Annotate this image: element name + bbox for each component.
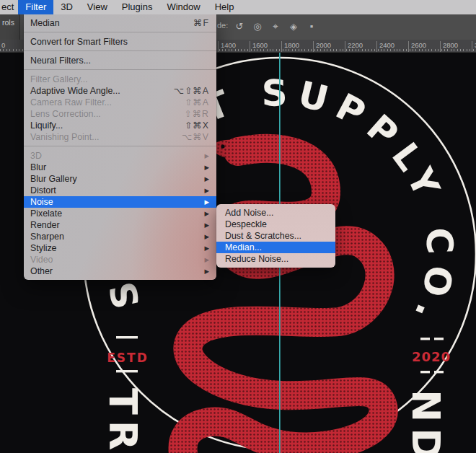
menu-item-label: Distort bbox=[30, 185, 56, 196]
menu-item-render[interactable]: Render▶ bbox=[24, 219, 216, 231]
submenu-item-reduce-noise[interactable]: Reduce Noise... bbox=[216, 253, 335, 265]
menu-item-shortcut: ⇧⌘X bbox=[185, 120, 209, 131]
badge-estd-text: ESTD bbox=[107, 351, 149, 365]
zoom-3d-camera-icon[interactable]: ▪ bbox=[306, 18, 317, 35]
menu-item-neural-filters[interactable]: Neural Filters... bbox=[24, 55, 216, 66]
menubar-item-ect[interactable]: ect bbox=[0, 0, 18, 14]
ruler-label-2800: 2800 bbox=[440, 41, 458, 52]
menu-item-label: Render bbox=[30, 219, 60, 231]
menu-item-shortcut: ⌘F bbox=[193, 17, 209, 29]
menu-item-label: Sharpen bbox=[30, 231, 64, 242]
menu-item-noise[interactable]: Noise▶ bbox=[24, 196, 216, 208]
menu-item-label: Blur bbox=[30, 162, 46, 173]
menu-item-adaptive-wide-angle[interactable]: Adaptive Wide Angle...⌥⇧⌘A bbox=[24, 85, 216, 97]
menu-separator bbox=[24, 69, 216, 70]
menu-separator bbox=[24, 50, 216, 51]
menu-item-label: Vanishing Point... bbox=[30, 131, 100, 143]
menu-item-vanishing-point[interactable]: Vanishing Point...⌥⌘V bbox=[24, 131, 216, 143]
menu-item-shortcut: ⇧⌘R bbox=[184, 108, 209, 120]
menubar-item-3d[interactable]: 3D bbox=[53, 0, 80, 14]
menu-item-lens-correction[interactable]: Lens Correction...⇧⌘R bbox=[24, 108, 216, 120]
menubar-item-filter[interactable]: Filter bbox=[18, 0, 53, 14]
menu-item-label: Filter Gallery... bbox=[30, 74, 88, 85]
submenu-arrow-icon: ▶ bbox=[204, 219, 209, 231]
menu-item-label: 3D bbox=[30, 150, 42, 162]
menu-item-stylize[interactable]: Stylize▶ bbox=[24, 242, 216, 254]
noise-submenu: Add Noise...DespeckleDust & Scratches...… bbox=[216, 204, 335, 268]
menu-item-label: Camera Raw Filter... bbox=[30, 97, 112, 108]
menu-separator bbox=[24, 32, 216, 32]
menu-item-blur-gallery[interactable]: Blur Gallery▶ bbox=[24, 173, 216, 185]
menu-item-label: Other bbox=[30, 265, 53, 277]
submenu-arrow-icon: ▶ bbox=[204, 162, 209, 173]
menu-item-shortcut: ⌥⌘V bbox=[182, 131, 209, 143]
menu-item-other[interactable]: Other▶ bbox=[24, 265, 216, 277]
controls-label: rols bbox=[0, 14, 20, 40]
submenu-arrow-icon: ▶ bbox=[204, 173, 209, 185]
serpent-eye bbox=[221, 144, 224, 148]
photoshop-window: SERPENT SUPPLY CO. ESTD 2020 TRV ND ectF… bbox=[0, 0, 476, 453]
menu-item-label: Convert for Smart Filters bbox=[30, 36, 128, 48]
menubar-item-view[interactable]: View bbox=[80, 0, 115, 14]
submenu-item-median[interactable]: Median... bbox=[216, 242, 335, 253]
ruler-label-1600: 1600 bbox=[250, 41, 268, 52]
submenu-arrow-icon: ▶ bbox=[204, 242, 209, 254]
badge-year-text: 2020 bbox=[412, 349, 451, 364]
submenu-item-despeckle[interactable]: Despeckle bbox=[216, 219, 335, 230]
submenu-item-add-noise[interactable]: Add Noise... bbox=[216, 207, 335, 219]
menubar-item-help[interactable]: Help bbox=[208, 0, 242, 14]
ruler-label-2600: 2600 bbox=[408, 41, 426, 52]
ruler-origin-label: 0 bbox=[1, 41, 5, 49]
submenu-arrow-icon: ▶ bbox=[204, 208, 209, 219]
roll-3d-view-icon[interactable]: ◎ bbox=[252, 18, 263, 35]
menu-item-shortcut: ⇧⌘A bbox=[185, 97, 209, 108]
mode-icon-group: ↺◎⌖◈▪ bbox=[234, 18, 317, 35]
menu-item-liquify[interactable]: Liquify...⇧⌘X bbox=[24, 120, 216, 131]
menu-item-label: Median bbox=[30, 17, 60, 29]
menu-item-median[interactable]: Median⌘F bbox=[24, 17, 216, 29]
submenu-item-dust-scratches[interactable]: Dust & Scratches... bbox=[216, 230, 335, 242]
menu-item-blur[interactable]: Blur▶ bbox=[24, 162, 216, 173]
menu-item-convert-for-smart-filters[interactable]: Convert for Smart Filters bbox=[24, 36, 216, 48]
menu-item-label: Noise bbox=[30, 196, 53, 208]
menu-item-filter-gallery[interactable]: Filter Gallery... bbox=[24, 74, 216, 85]
menu-item-pixelate[interactable]: Pixelate▶ bbox=[24, 208, 216, 219]
submenu-arrow-icon: ▶ bbox=[204, 150, 209, 162]
menu-separator bbox=[24, 146, 216, 146]
submenu-arrow-icon: ▶ bbox=[204, 231, 209, 242]
menu-item-label: Stylize bbox=[30, 242, 57, 254]
menu-item-sharpen[interactable]: Sharpen▶ bbox=[24, 231, 216, 242]
menu-item-shortcut: ⌥⇧⌘A bbox=[174, 85, 209, 97]
orbit-3d-camera-icon[interactable]: ↺ bbox=[234, 18, 245, 35]
filter-menu: Median⌘FConvert for Smart FiltersNeural … bbox=[24, 14, 216, 280]
pan-3d-view-icon[interactable]: ⌖ bbox=[270, 18, 281, 35]
menu-item-label: Lens Correction... bbox=[30, 108, 101, 120]
menu-item-label: Liquify... bbox=[30, 120, 63, 131]
submenu-arrow-icon: ▶ bbox=[204, 196, 209, 208]
menu-item-label: Pixelate bbox=[30, 208, 62, 219]
submenu-arrow-icon: ▶ bbox=[204, 265, 209, 277]
menu-item-label: Blur Gallery bbox=[30, 173, 77, 185]
menu-item-camera-raw-filter[interactable]: Camera Raw Filter...⇧⌘A bbox=[24, 97, 216, 108]
badge-right-vertical-text: ND bbox=[403, 390, 449, 453]
ruler-label-30: 30 bbox=[472, 41, 476, 52]
ruler-label-1400: 1400 bbox=[218, 41, 236, 52]
mode-label: de: bbox=[217, 21, 228, 30]
menubar-item-window[interactable]: Window bbox=[159, 0, 207, 14]
menubar-item-plugins[interactable]: Plugins bbox=[115, 0, 160, 14]
ruler-label-1800: 1800 bbox=[281, 41, 299, 52]
badge-left-vertical-text: TRV bbox=[100, 388, 146, 453]
submenu-arrow-icon: ▶ bbox=[204, 254, 209, 265]
menu-bar: ectFilter3DViewPluginsWindowHelp bbox=[0, 0, 476, 14]
menu-item-video[interactable]: Video▶ bbox=[24, 254, 216, 265]
submenu-arrow-icon: ▶ bbox=[204, 185, 209, 196]
menu-item-3d[interactable]: 3D▶ bbox=[24, 150, 216, 162]
menu-item-label: Adaptive Wide Angle... bbox=[30, 85, 120, 97]
ruler-label-2400: 2400 bbox=[376, 41, 395, 52]
menu-item-label: Video bbox=[30, 254, 53, 265]
ruler-label-2000: 2000 bbox=[313, 41, 331, 52]
ruler-label-2200: 2200 bbox=[345, 41, 363, 52]
menu-item-distort[interactable]: Distort▶ bbox=[24, 185, 216, 196]
slide-3d-view-icon[interactable]: ◈ bbox=[288, 18, 299, 35]
menu-item-label: Neural Filters... bbox=[30, 55, 91, 66]
